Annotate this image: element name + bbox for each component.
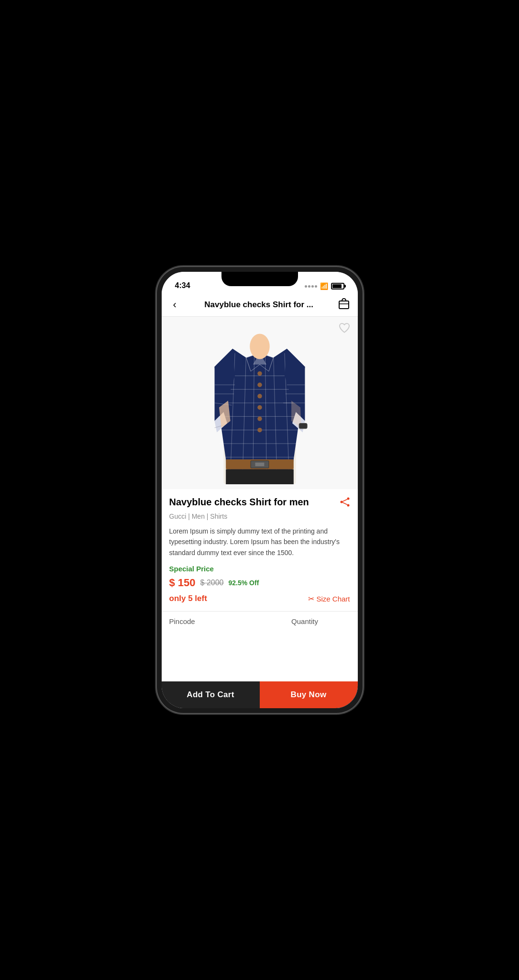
product-breadcrumb: Gucci | Men | Shirts: [169, 512, 350, 520]
svg-line-38: [342, 500, 347, 502]
svg-point-36: [340, 501, 342, 503]
bottom-action-bar: Add To Cart Buy Now: [162, 681, 358, 708]
svg-point-35: [347, 498, 349, 500]
size-chart-button[interactable]: ✂ Size Chart: [308, 594, 350, 603]
svg-line-39: [342, 502, 347, 505]
pincode-section: Pincode: [169, 617, 260, 626]
battery-icon: [331, 283, 344, 290]
pincode-quantity-row: Pincode Quantity: [169, 612, 350, 626]
add-to-cart-button[interactable]: Add To Cart: [162, 681, 260, 708]
svg-point-33: [250, 334, 270, 359]
svg-rect-32: [226, 469, 294, 484]
signal-icon: [305, 285, 317, 288]
pincode-label: Pincode: [169, 617, 195, 625]
svg-point-17: [257, 383, 262, 387]
product-image-container: [162, 317, 358, 489]
quantity-label: Quantity: [291, 617, 318, 625]
stock-text: only 5 left: [169, 594, 207, 603]
product-title: Navyblue checks Shirt for men: [169, 497, 336, 508]
cart-icon: [338, 297, 350, 310]
svg-rect-0: [339, 301, 349, 309]
svg-point-19: [257, 405, 262, 410]
product-info: Navyblue checks Shirt for men Gucci | Me…: [162, 489, 358, 634]
price-row: $ 150 $ 2000 92.5% Off: [169, 577, 350, 589]
svg-point-16: [257, 371, 262, 376]
svg-rect-34: [299, 423, 307, 429]
size-chart-label: Size Chart: [316, 595, 350, 603]
svg-rect-31: [255, 463, 264, 467]
special-price-label: Special Price: [169, 565, 350, 573]
back-button[interactable]: ‹: [169, 297, 180, 313]
nav-title: Navyblue checks Shirt for ...: [180, 300, 338, 310]
svg-point-37: [347, 504, 349, 507]
svg-point-20: [257, 416, 262, 421]
buy-now-button[interactable]: Buy Now: [260, 681, 358, 708]
status-time: 4:34: [175, 281, 190, 290]
product-image: [162, 317, 358, 489]
status-icons: 📶: [305, 282, 344, 290]
wishlist-button[interactable]: [339, 323, 350, 336]
original-price: $ 2000: [200, 579, 224, 587]
product-description: Lorem Ipsum is simply dummy text of the …: [169, 526, 350, 558]
quantity-section: Quantity: [260, 617, 350, 626]
cart-button[interactable]: [338, 297, 350, 312]
stock-row: only 5 left ✂ Size Chart: [169, 594, 350, 603]
notch: [221, 272, 298, 286]
svg-point-18: [257, 394, 262, 398]
size-chart-icon: ✂: [308, 594, 314, 603]
product-content: Navyblue checks Shirt for men Gucci | Me…: [162, 317, 358, 681]
current-price: $ 150: [169, 577, 196, 589]
share-button[interactable]: [340, 497, 350, 510]
wifi-icon: 📶: [320, 282, 328, 290]
nav-header: ‹ Navyblue checks Shirt for ...: [162, 293, 358, 317]
svg-point-21: [257, 428, 262, 432]
discount-badge: 92.5% Off: [229, 579, 259, 587]
